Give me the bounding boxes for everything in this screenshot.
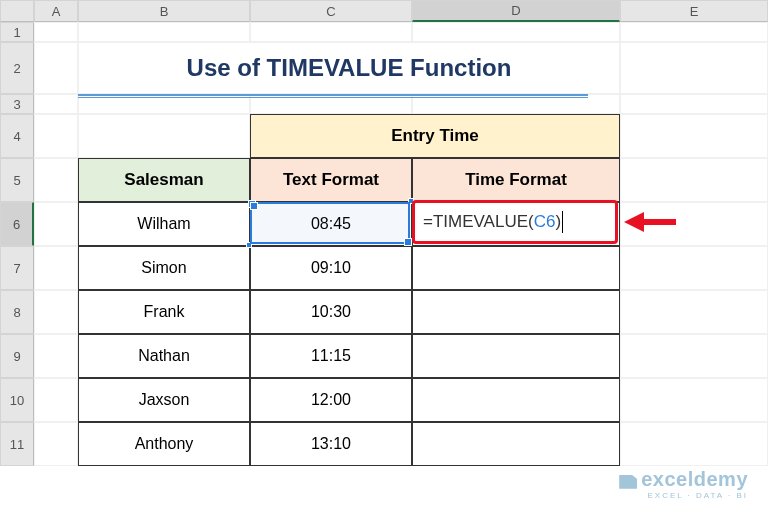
- exceldemy-logo-icon: [619, 475, 637, 489]
- col-header-C[interactable]: C: [250, 0, 412, 22]
- formula-equals: =: [423, 212, 433, 232]
- row-header-9[interactable]: 9: [0, 334, 34, 378]
- cell-C1[interactable]: [250, 22, 412, 42]
- row-header-10[interactable]: 10: [0, 378, 34, 422]
- col-header-D[interactable]: D: [412, 0, 620, 22]
- formula-function: TIMEVALUE(: [433, 212, 534, 232]
- cell-E10[interactable]: [620, 378, 768, 422]
- cell-D8[interactable]: [412, 290, 620, 334]
- cell-A1[interactable]: [34, 22, 78, 42]
- cell-E8[interactable]: [620, 290, 768, 334]
- cell-C8[interactable]: 10:30: [250, 290, 412, 334]
- cell-C10[interactable]: 12:00: [250, 378, 412, 422]
- cell-A4[interactable]: [34, 114, 78, 158]
- watermark-tagline: EXCEL · DATA · BI: [619, 491, 748, 500]
- cell-B6[interactable]: Wilham: [78, 202, 250, 246]
- watermark-brand: exceldemy: [641, 468, 748, 490]
- header-time-format[interactable]: Time Format: [412, 158, 620, 202]
- cell-E9[interactable]: [620, 334, 768, 378]
- cell-C7[interactable]: 09:10: [250, 246, 412, 290]
- row-header-11[interactable]: 11: [0, 422, 34, 466]
- cell-A9[interactable]: [34, 334, 78, 378]
- cell-D10[interactable]: [412, 378, 620, 422]
- select-all-corner[interactable]: [0, 0, 34, 22]
- cell-B7[interactable]: Simon: [78, 246, 250, 290]
- col-header-E[interactable]: E: [620, 0, 768, 22]
- cell-C11[interactable]: 13:10: [250, 422, 412, 466]
- cell-E11[interactable]: [620, 422, 768, 466]
- row-header-2[interactable]: 2: [0, 42, 34, 94]
- header-entry-time[interactable]: Entry Time: [250, 114, 620, 158]
- cell-E3[interactable]: [620, 94, 768, 114]
- cell-A7[interactable]: [34, 246, 78, 290]
- row-header-3[interactable]: 3: [0, 94, 34, 114]
- header-text-format[interactable]: Text Format: [250, 158, 412, 202]
- cell-A2[interactable]: [34, 42, 78, 94]
- row-header-7[interactable]: 7: [0, 246, 34, 290]
- cell-A6[interactable]: [34, 202, 78, 246]
- watermark: exceldemy EXCEL · DATA · BI: [619, 468, 748, 500]
- cell-A5[interactable]: [34, 158, 78, 202]
- cell-E7[interactable]: [620, 246, 768, 290]
- cell-B8[interactable]: Frank: [78, 290, 250, 334]
- row-header-4[interactable]: 4: [0, 114, 34, 158]
- cell-D1[interactable]: [412, 22, 620, 42]
- cell-C9[interactable]: 11:15: [250, 334, 412, 378]
- cell-D9[interactable]: [412, 334, 620, 378]
- cell-B9[interactable]: Nathan: [78, 334, 250, 378]
- cell-E1[interactable]: [620, 22, 768, 42]
- cell-A11[interactable]: [34, 422, 78, 466]
- cell-A8[interactable]: [34, 290, 78, 334]
- title-cell[interactable]: Use of TIMEVALUE Function: [78, 42, 620, 94]
- header-salesman[interactable]: Salesman: [78, 158, 250, 202]
- formula-close: ): [555, 212, 561, 232]
- cell-reference-handles: [250, 202, 410, 244]
- cell-B10[interactable]: Jaxson: [78, 378, 250, 422]
- row-header-5[interactable]: 5: [0, 158, 34, 202]
- row-header-1[interactable]: 1: [0, 22, 34, 42]
- formula-ref: C6: [534, 212, 556, 232]
- text-cursor: [562, 211, 563, 233]
- cell-B11[interactable]: Anthony: [78, 422, 250, 466]
- cell-D7[interactable]: [412, 246, 620, 290]
- cell-B1[interactable]: [78, 22, 250, 42]
- col-header-A[interactable]: A: [34, 0, 78, 22]
- cell-D11[interactable]: [412, 422, 620, 466]
- col-header-B[interactable]: B: [78, 0, 250, 22]
- cell-A10[interactable]: [34, 378, 78, 422]
- cell-B4[interactable]: [78, 114, 250, 158]
- row-header-6[interactable]: 6: [0, 202, 34, 246]
- title-underline: [78, 94, 588, 98]
- cell-E2[interactable]: [620, 42, 768, 94]
- formula-edit-cell[interactable]: =TIMEVALUE(C6): [412, 200, 618, 244]
- cell-E5[interactable]: [620, 158, 768, 202]
- cell-A3[interactable]: [34, 94, 78, 114]
- row-header-8[interactable]: 8: [0, 290, 34, 334]
- cell-E4[interactable]: [620, 114, 768, 158]
